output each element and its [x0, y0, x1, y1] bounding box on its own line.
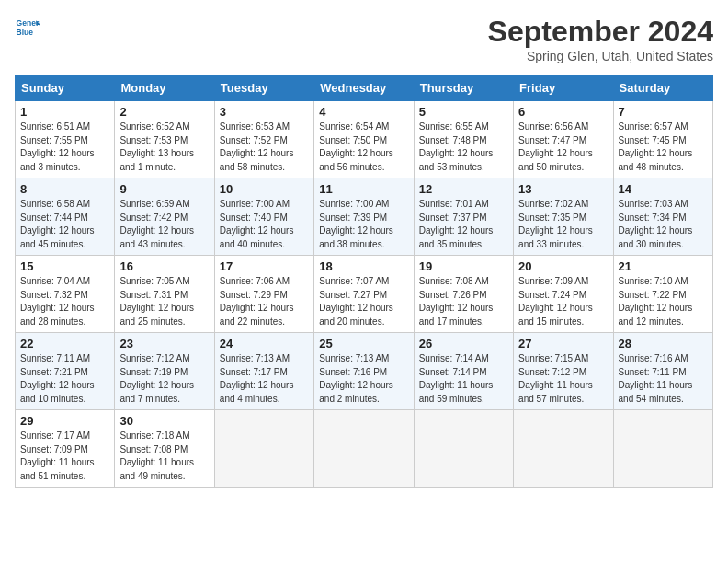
day-info: Sunrise: 7:10 AM Sunset: 7:22 PM Dayligh… — [619, 275, 708, 328]
day-number: 24 — [220, 337, 309, 350]
day-number: 20 — [518, 259, 608, 273]
day-number: 12 — [419, 182, 508, 196]
day-number: 8 — [20, 182, 109, 196]
calendar-cell: 13 Sunrise: 7:02 AM Sunset: 7:35 PM Dayl… — [514, 178, 613, 256]
day-number: 21 — [619, 259, 708, 273]
column-header-tuesday: Tuesday — [214, 75, 313, 101]
day-info: Sunrise: 7:06 AM Sunset: 7:29 PM Dayligh… — [220, 275, 309, 328]
calendar-cell: 29 Sunrise: 7:17 AM Sunset: 7:09 PM Dayl… — [16, 410, 115, 488]
day-info: Sunrise: 7:03 AM Sunset: 7:34 PM Dayligh… — [619, 198, 708, 251]
day-number: 22 — [20, 337, 109, 350]
day-number: 1 — [20, 105, 109, 119]
calendar-cell: 27 Sunrise: 7:15 AM Sunset: 7:12 PM Dayl… — [514, 333, 613, 410]
day-number: 26 — [419, 337, 508, 350]
calendar-cell — [214, 410, 313, 488]
day-number: 25 — [319, 337, 408, 350]
calendar-cell: 28 Sunrise: 7:16 AM Sunset: 7:11 PM Dayl… — [613, 333, 712, 410]
day-number: 23 — [119, 337, 209, 350]
calendar-cell: 5 Sunrise: 6:55 AM Sunset: 7:48 PM Dayli… — [414, 101, 513, 178]
day-info: Sunrise: 7:18 AM Sunset: 7:08 PM Dayligh… — [119, 430, 209, 483]
day-info: Sunrise: 6:55 AM Sunset: 7:48 PM Dayligh… — [419, 121, 508, 174]
calendar-cell: 30 Sunrise: 7:18 AM Sunset: 7:08 PM Dayl… — [115, 410, 214, 488]
calendar-cell — [514, 410, 613, 488]
day-number: 6 — [518, 105, 608, 119]
logo: General Blue — [15, 15, 40, 40]
day-info: Sunrise: 7:02 AM Sunset: 7:35 PM Dayligh… — [518, 198, 608, 251]
day-info: Sunrise: 7:09 AM Sunset: 7:24 PM Dayligh… — [518, 275, 608, 328]
calendar-cell: 23 Sunrise: 7:12 AM Sunset: 7:19 PM Dayl… — [115, 333, 214, 410]
calendar-cell: 19 Sunrise: 7:08 AM Sunset: 7:26 PM Dayl… — [414, 256, 513, 333]
header-row: SundayMondayTuesdayWednesdayThursdayFrid… — [16, 75, 713, 101]
day-info: Sunrise: 7:08 AM Sunset: 7:26 PM Dayligh… — [419, 275, 508, 328]
day-info: Sunrise: 7:16 AM Sunset: 7:11 PM Dayligh… — [619, 352, 708, 406]
day-info: Sunrise: 6:57 AM Sunset: 7:45 PM Dayligh… — [619, 121, 708, 174]
calendar-cell: 21 Sunrise: 7:10 AM Sunset: 7:22 PM Dayl… — [613, 256, 712, 333]
day-number: 30 — [119, 414, 209, 428]
day-info: Sunrise: 7:13 AM Sunset: 7:16 PM Dayligh… — [319, 352, 408, 406]
calendar-title: September 2024 — [488, 15, 713, 49]
day-info: Sunrise: 7:00 AM Sunset: 7:39 PM Dayligh… — [319, 198, 408, 251]
calendar-table: SundayMondayTuesdayWednesdayThursdayFrid… — [15, 75, 713, 488]
day-number: 4 — [319, 105, 408, 119]
day-number: 5 — [419, 105, 508, 119]
calendar-cell — [613, 410, 712, 488]
calendar-cell: 4 Sunrise: 6:54 AM Sunset: 7:50 PM Dayli… — [314, 101, 414, 178]
calendar-cell: 22 Sunrise: 7:11 AM Sunset: 7:21 PM Dayl… — [16, 333, 115, 410]
column-header-monday: Monday — [115, 75, 214, 101]
title-block: September 2024 Spring Glen, Utah, United… — [488, 15, 713, 63]
page-header: General Blue September 2024 Spring Glen,… — [15, 15, 713, 63]
calendar-cell: 18 Sunrise: 7:07 AM Sunset: 7:27 PM Dayl… — [314, 256, 414, 333]
calendar-cell: 24 Sunrise: 7:13 AM Sunset: 7:17 PM Dayl… — [214, 333, 313, 410]
calendar-cell: 26 Sunrise: 7:14 AM Sunset: 7:14 PM Dayl… — [414, 333, 513, 410]
logo-icon: General Blue — [15, 15, 40, 40]
day-number: 2 — [119, 105, 209, 119]
svg-text:Blue: Blue — [17, 28, 34, 37]
day-number: 14 — [619, 182, 708, 196]
day-info: Sunrise: 6:54 AM Sunset: 7:50 PM Dayligh… — [319, 121, 408, 174]
column-header-sunday: Sunday — [16, 75, 115, 101]
calendar-cell: 15 Sunrise: 7:04 AM Sunset: 7:32 PM Dayl… — [16, 256, 115, 333]
day-info: Sunrise: 7:12 AM Sunset: 7:19 PM Dayligh… — [119, 352, 209, 406]
day-number: 15 — [20, 259, 109, 273]
calendar-cell: 16 Sunrise: 7:05 AM Sunset: 7:31 PM Dayl… — [115, 256, 214, 333]
day-info: Sunrise: 7:07 AM Sunset: 7:27 PM Dayligh… — [319, 275, 408, 328]
calendar-cell: 20 Sunrise: 7:09 AM Sunset: 7:24 PM Dayl… — [514, 256, 613, 333]
calendar-cell — [314, 410, 414, 488]
day-info: Sunrise: 7:14 AM Sunset: 7:14 PM Dayligh… — [419, 352, 508, 406]
calendar-cell: 3 Sunrise: 6:53 AM Sunset: 7:52 PM Dayli… — [214, 101, 313, 178]
column-header-wednesday: Wednesday — [314, 75, 414, 101]
calendar-cell — [414, 410, 513, 488]
calendar-cell: 11 Sunrise: 7:00 AM Sunset: 7:39 PM Dayl… — [314, 178, 414, 256]
day-info: Sunrise: 6:58 AM Sunset: 7:44 PM Dayligh… — [20, 198, 109, 251]
day-info: Sunrise: 7:13 AM Sunset: 7:17 PM Dayligh… — [220, 352, 309, 406]
calendar-week-row: 15 Sunrise: 7:04 AM Sunset: 7:32 PM Dayl… — [16, 256, 713, 333]
calendar-cell: 17 Sunrise: 7:06 AM Sunset: 7:29 PM Dayl… — [214, 256, 313, 333]
calendar-cell: 14 Sunrise: 7:03 AM Sunset: 7:34 PM Dayl… — [613, 178, 712, 256]
day-number: 17 — [220, 259, 309, 273]
calendar-cell: 1 Sunrise: 6:51 AM Sunset: 7:55 PM Dayli… — [16, 101, 115, 178]
day-info: Sunrise: 7:00 AM Sunset: 7:40 PM Dayligh… — [220, 198, 309, 251]
day-info: Sunrise: 7:01 AM Sunset: 7:37 PM Dayligh… — [419, 198, 508, 251]
calendar-week-row: 1 Sunrise: 6:51 AM Sunset: 7:55 PM Dayli… — [16, 101, 713, 178]
calendar-cell: 25 Sunrise: 7:13 AM Sunset: 7:16 PM Dayl… — [314, 333, 414, 410]
day-number: 19 — [419, 259, 508, 273]
day-info: Sunrise: 7:05 AM Sunset: 7:31 PM Dayligh… — [119, 275, 209, 328]
day-number: 10 — [220, 182, 309, 196]
day-number: 28 — [619, 337, 708, 350]
calendar-cell: 9 Sunrise: 6:59 AM Sunset: 7:42 PM Dayli… — [115, 178, 214, 256]
day-number: 9 — [119, 182, 209, 196]
calendar-week-row: 22 Sunrise: 7:11 AM Sunset: 7:21 PM Dayl… — [16, 333, 713, 410]
calendar-cell: 2 Sunrise: 6:52 AM Sunset: 7:53 PM Dayli… — [115, 101, 214, 178]
day-number: 7 — [619, 105, 708, 119]
day-number: 13 — [518, 182, 608, 196]
day-number: 27 — [518, 337, 608, 350]
day-info: Sunrise: 6:53 AM Sunset: 7:52 PM Dayligh… — [220, 121, 309, 174]
calendar-subtitle: Spring Glen, Utah, United States — [488, 49, 713, 63]
day-number: 18 — [319, 259, 408, 273]
calendar-cell: 8 Sunrise: 6:58 AM Sunset: 7:44 PM Dayli… — [16, 178, 115, 256]
day-number: 16 — [119, 259, 209, 273]
day-number: 29 — [20, 414, 109, 428]
calendar-cell: 7 Sunrise: 6:57 AM Sunset: 7:45 PM Dayli… — [613, 101, 712, 178]
calendar-cell: 12 Sunrise: 7:01 AM Sunset: 7:37 PM Dayl… — [414, 178, 513, 256]
calendar-week-row: 8 Sunrise: 6:58 AM Sunset: 7:44 PM Dayli… — [16, 178, 713, 256]
